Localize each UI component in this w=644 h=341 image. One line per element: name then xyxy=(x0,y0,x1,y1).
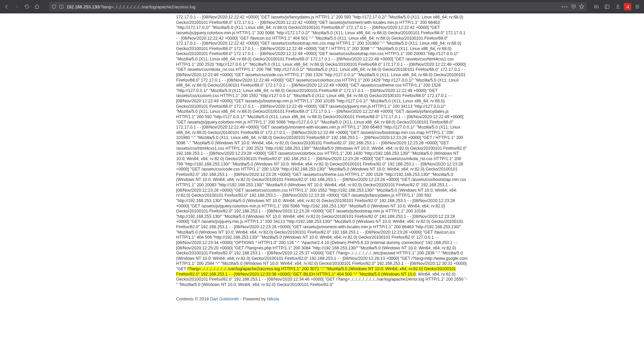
forward-button[interactable] xyxy=(12,2,21,11)
app-menu-button[interactable] xyxy=(633,2,642,11)
site-info-icon xyxy=(59,4,64,9)
browser-toolbar: 192.168.253.130/?lang=../../../../../../… xyxy=(0,0,644,13)
find-highlight: /?lang=../../../../../../../../var/log/a… xyxy=(176,266,456,277)
page-viewport[interactable]: 172.17.0.1 - - [08/Nov/2020:12:22:42 +00… xyxy=(0,13,644,341)
library-button[interactable] xyxy=(592,2,601,11)
url-bar[interactable]: 192.168.253.130/?lang=../../../../../../… xyxy=(49,2,587,11)
page-footer: Contents © 2018 Dan Goldsmith - Powered … xyxy=(176,296,468,315)
svg-point-3 xyxy=(617,5,619,7)
footer-contents: Contents © 2018 xyxy=(176,296,210,301)
arrow-right-icon xyxy=(14,4,19,9)
pocket-icon[interactable] xyxy=(571,4,576,9)
footer-powered: - Powered by xyxy=(239,296,267,301)
footer-author-link[interactable]: Dan Goldsmith xyxy=(210,296,239,301)
reload-icon xyxy=(24,4,30,9)
library-icon xyxy=(594,4,599,9)
url-text[interactable]: 192.168.253.130/?lang=../../../../../../… xyxy=(66,4,559,9)
account-icon xyxy=(615,4,621,9)
url-path: /?lang=../../../../../../../../var/log/a… xyxy=(99,4,196,9)
svg-point-1 xyxy=(61,6,62,6)
nav-buttons xyxy=(0,2,44,11)
access-log-text: 172.17.0.1 - - [08/Nov/2020:12:22:42 +00… xyxy=(176,15,468,288)
sidebar-icon xyxy=(604,4,610,9)
back-button[interactable] xyxy=(2,2,11,11)
arrow-left-icon xyxy=(4,4,9,9)
sidebars-button[interactable] xyxy=(602,2,612,11)
home-icon xyxy=(34,4,40,9)
url-host: 192.168.253.130 xyxy=(66,4,99,9)
reload-button[interactable] xyxy=(22,2,32,11)
extension-badge[interactable]: -1 xyxy=(624,3,631,10)
fxa-button[interactable] xyxy=(613,2,623,11)
shield-icon xyxy=(52,4,56,9)
bookmark-star-icon[interactable] xyxy=(579,4,584,9)
svg-rect-2 xyxy=(605,5,609,9)
toolbar-right: -1 xyxy=(590,2,644,11)
hamburger-icon xyxy=(635,4,640,9)
footer-engine-link[interactable]: Nikola xyxy=(267,296,279,301)
home-button[interactable] xyxy=(32,2,42,11)
page-actions-icon[interactable]: ••• xyxy=(561,4,568,9)
